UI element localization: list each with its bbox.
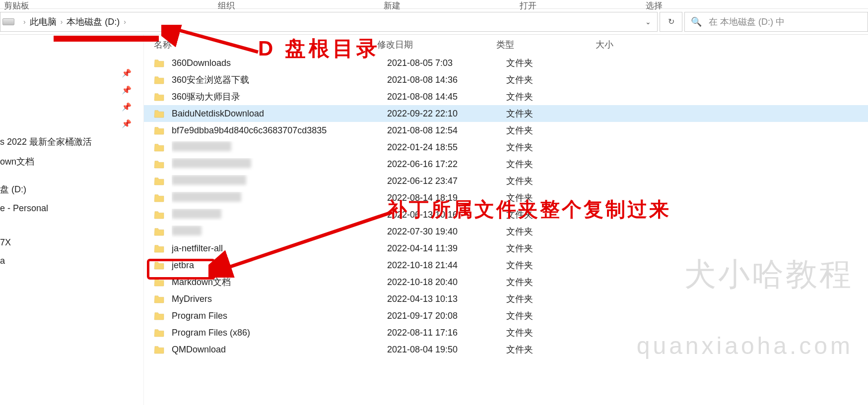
- file-row[interactable]: 2022-06-12 23:47文件夹: [144, 173, 868, 189]
- file-list-pane: 名称 修改日期 类型 大小 360Downloads2021-08-05 7:0…: [144, 35, 868, 405]
- folder-icon: [154, 345, 165, 354]
- file-type: 文件夹: [506, 327, 605, 339]
- file-date: 2022-04-14 11:39: [387, 243, 506, 254]
- sidebar-item[interactable]: 7X: [0, 233, 143, 252]
- file-row[interactable]: 2022-01-24 18:55文件夹: [144, 139, 868, 156]
- file-row[interactable]: QMDownload2021-08-04 19:50文件夹: [144, 341, 868, 358]
- search-input[interactable]: 🔍 在 本地磁盘 (D:) 中: [684, 12, 868, 32]
- col-name-header[interactable]: 名称: [144, 39, 377, 51]
- sidebar-item[interactable]: own文档: [0, 152, 143, 172]
- file-row[interactable]: Program Files (x86)2022-08-11 17:16文件夹: [144, 324, 868, 341]
- folder-icon: [154, 143, 165, 152]
- sidebar-item[interactable]: s 2022 最新全家桶激活: [0, 132, 143, 152]
- file-row[interactable]: 2022-06-13 10:16文件夹: [144, 206, 868, 223]
- file-row[interactable]: 360安全浏览器下载2021-08-08 14:36文件夹: [144, 71, 868, 88]
- breadcrumb-drive[interactable]: 本地磁盘 (D:): [67, 16, 120, 28]
- address-row: › 此电脑 › 本地磁盘 (D:) › ⌄ ↻ 🔍 在 本地磁盘 (D:) 中: [0, 9, 868, 35]
- sidebar-item[interactable]: 盘 (D:): [0, 179, 143, 199]
- chevron-right-icon[interactable]: ›: [57, 18, 67, 26]
- file-date: 2021-08-08 12:54: [387, 125, 506, 136]
- address-bar[interactable]: › 此电脑 › 本地磁盘 (D:) › ⌄: [0, 12, 658, 32]
- folder-icon: [154, 75, 165, 84]
- file-name: MyDrivers: [172, 294, 387, 304]
- file-type: 文件夹: [506, 310, 605, 322]
- file-name: jetbra: [172, 260, 387, 271]
- col-type-header[interactable]: 类型: [496, 39, 596, 51]
- file-date: 2022-09-22 22:10: [387, 109, 506, 119]
- ribbon-clipboard[interactable]: 剪贴板: [0, 0, 99, 11]
- file-type: 文件夹: [506, 141, 605, 153]
- file-name: 360驱动大师目录: [172, 91, 387, 103]
- breadcrumb-pc[interactable]: 此电脑: [30, 16, 57, 28]
- folder-icon: [154, 92, 165, 101]
- file-date: 2021-08-05 7:03: [387, 58, 506, 68]
- file-row[interactable]: Program Files2021-09-17 20:08文件夹: [144, 307, 868, 324]
- file-row[interactable]: bf7e9dbba9b4d840c6c3683707cd38352021-08-…: [144, 122, 868, 139]
- file-type: 文件夹: [506, 293, 605, 305]
- file-row[interactable]: MyDrivers2022-04-13 10:13文件夹: [144, 290, 868, 307]
- folder-icon: [154, 328, 165, 337]
- refresh-button[interactable]: ↻: [660, 12, 682, 32]
- sidebar: 📌 📌 📌 📌 s 2022 最新全家桶激活own文档盘 (D:)e - Per…: [0, 35, 144, 405]
- file-name: 360Downloads: [172, 58, 387, 68]
- file-date: 2022-01-24 18:55: [387, 142, 506, 153]
- ribbon-organize[interactable]: 组织: [99, 0, 304, 11]
- file-row[interactable]: BaiduNetdiskDownload2022-09-22 22:10文件夹: [144, 105, 868, 122]
- file-date: 2022-07-30 19:40: [387, 227, 506, 237]
- file-row[interactable]: 2022-07-30 19:40文件夹: [144, 223, 868, 240]
- file-row[interactable]: 360Downloads2021-08-05 7:03文件夹: [144, 55, 868, 71]
- sidebar-item[interactable]: [0, 172, 143, 179]
- sidebar-item[interactable]: [0, 226, 143, 233]
- chevron-right-icon[interactable]: ›: [19, 18, 30, 26]
- ribbon-open[interactable]: 打开: [470, 0, 606, 11]
- file-name: [172, 226, 387, 238]
- pin-icon[interactable]: 📌: [0, 81, 143, 98]
- column-headers: 名称 修改日期 类型 大小: [144, 35, 868, 55]
- search-placeholder: 在 本地磁盘 (D:) 中: [709, 16, 785, 28]
- folder-icon: [154, 294, 165, 303]
- file-date: 2022-04-13 10:13: [387, 294, 506, 304]
- file-date: 2022-06-16 17:22: [387, 159, 506, 170]
- chevron-right-icon[interactable]: ›: [120, 18, 130, 26]
- file-type: 文件夹: [506, 57, 605, 69]
- file-row[interactable]: 360驱动大师目录2021-08-08 14:45文件夹: [144, 88, 868, 105]
- file-row[interactable]: ja-netfilter-all2022-04-14 11:39文件夹: [144, 240, 868, 257]
- file-type: 文件夹: [506, 276, 605, 288]
- file-name: QMDownload: [172, 345, 387, 355]
- col-date-header[interactable]: 修改日期: [377, 39, 496, 51]
- file-type: 文件夹: [506, 192, 605, 204]
- folder-icon: [154, 58, 165, 67]
- file-type: 文件夹: [506, 108, 605, 119]
- file-date: 2021-08-04 19:50: [387, 345, 506, 355]
- file-row[interactable]: jetbra2022-10-18 21:44文件夹: [144, 257, 868, 274]
- file-type: 文件夹: [506, 158, 605, 170]
- ribbon-select[interactable]: 选择: [606, 0, 732, 11]
- file-date: 2022-08-11 17:16: [387, 328, 506, 338]
- file-date: 2022-06-13 10:16: [387, 210, 506, 220]
- file-name: 360安全浏览器下载: [172, 74, 387, 86]
- file-date: 2021-09-17 20:08: [387, 311, 506, 321]
- annotation-underline: [54, 36, 159, 42]
- file-name: [172, 158, 387, 171]
- file-date: 2022-06-12 23:47: [387, 176, 506, 186]
- pin-icon[interactable]: 📌: [0, 64, 143, 81]
- sidebar-item[interactable]: [0, 218, 143, 226]
- file-name: [172, 175, 387, 187]
- file-row[interactable]: 2022-06-16 17:22文件夹: [144, 156, 868, 173]
- col-size-header[interactable]: 大小: [596, 39, 675, 51]
- sidebar-item[interactable]: e - Personal: [0, 199, 143, 218]
- pin-icon[interactable]: 📌: [0, 115, 143, 132]
- file-row[interactable]: Markdown文档2022-10-18 20:40文件夹: [144, 274, 868, 290]
- file-date: 2021-08-08 14:36: [387, 75, 506, 85]
- chevron-down-icon[interactable]: ⌄: [645, 18, 651, 26]
- ribbon-new[interactable]: 新建: [304, 0, 470, 11]
- file-name: BaiduNetdiskDownload: [172, 109, 387, 119]
- file-type: 文件夹: [506, 209, 605, 221]
- sidebar-item[interactable]: a: [0, 252, 143, 270]
- file-type: 文件夹: [506, 175, 605, 187]
- file-name: Program Files: [172, 311, 387, 321]
- file-name: [172, 209, 387, 221]
- pin-icon[interactable]: 📌: [0, 98, 143, 115]
- file-row[interactable]: 2022-08-14 18:19文件夹: [144, 189, 868, 206]
- file-name: Markdown文档: [172, 276, 387, 288]
